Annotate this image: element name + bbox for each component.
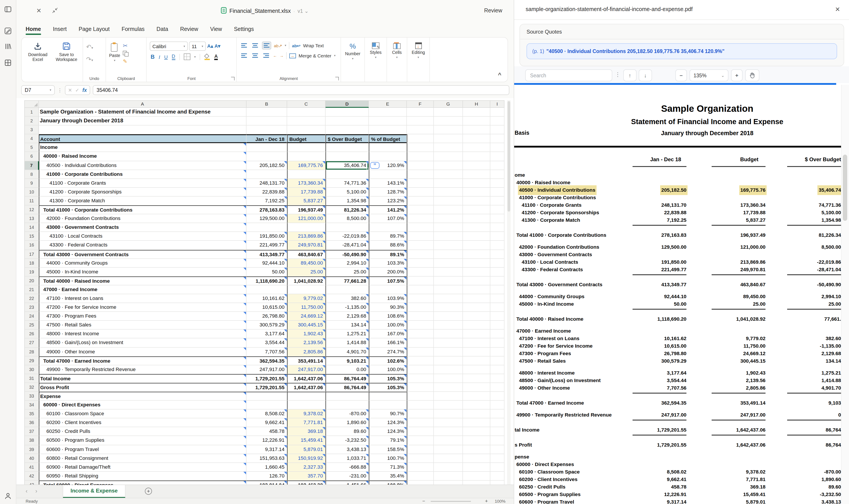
align-middle-icon[interactable] — [251, 42, 259, 49]
ribbon-tab-review[interactable]: Review — [180, 22, 198, 36]
cell-D31[interactable]: 86,764.49 — [326, 374, 369, 383]
cell-A36[interactable]: 60200 · Client Incentives — [39, 418, 247, 427]
cell-C36[interactable]: 7,771.81 — [287, 418, 326, 427]
row-header-20[interactable]: 20 — [24, 276, 39, 285]
cell-G26[interactable] — [434, 330, 463, 339]
cell-F21[interactable] — [407, 285, 434, 294]
pdf-zoom-in-icon[interactable]: + — [731, 69, 743, 81]
cell-D24[interactable]: 2,129.68 — [326, 312, 369, 321]
cell-H38[interactable] — [463, 436, 490, 445]
row-header-10[interactable]: 10 — [24, 188, 39, 197]
cell-I42[interactable] — [490, 472, 504, 481]
cell-A26[interactable]: 48000 · Interest Income — [39, 330, 247, 339]
cell-G22[interactable] — [434, 294, 463, 303]
cell-B5[interactable] — [247, 143, 287, 152]
find-previous-icon[interactable]: ↑ — [623, 69, 636, 81]
cell-F20[interactable] — [407, 276, 434, 285]
cell-G16[interactable] — [434, 241, 463, 250]
cell-G39[interactable] — [434, 445, 463, 454]
column-header-B[interactable]: B — [247, 100, 287, 108]
cell-E28[interactable]: 274.7% — [369, 347, 407, 356]
cell-C42[interactable]: 357.70 — [287, 472, 326, 481]
cell-D43[interactable]: 1,451.66 — [326, 481, 369, 485]
cell-I7[interactable] — [490, 161, 504, 170]
cell-F33[interactable] — [407, 392, 434, 401]
cell-A39[interactable]: 60600 · Program Travel — [39, 445, 247, 454]
cell-H34[interactable] — [463, 401, 490, 410]
cell-G36[interactable] — [434, 418, 463, 427]
double-underline-icon[interactable]: D — [171, 53, 175, 60]
cell-F26[interactable] — [407, 330, 434, 339]
cell-E15[interactable]: 89.7% — [369, 232, 407, 241]
cell-I35[interactable] — [490, 410, 504, 418]
cell-C27[interactable]: 2,139.56 — [287, 339, 326, 347]
cell-A34[interactable]: 60000 · Direct Expenses — [39, 401, 247, 410]
cell-G13[interactable] — [434, 214, 463, 223]
compose-icon[interactable] — [4, 27, 12, 35]
cell-A2[interactable]: January through December 2018 — [39, 116, 247, 125]
grow-font-icon[interactable]: A▴ — [207, 43, 213, 49]
cell-C26[interactable]: 1,902.43 — [287, 330, 326, 339]
cell-F3[interactable] — [407, 125, 434, 134]
cell-F13[interactable] — [407, 214, 434, 223]
cell-D9[interactable]: 74,771.36 — [326, 179, 369, 188]
cell-B34[interactable] — [247, 401, 287, 410]
cell-G4[interactable] — [434, 134, 463, 143]
cell-E19[interactable]: 200.0% — [369, 268, 407, 276]
cell-H43[interactable] — [463, 481, 490, 485]
row-header-6[interactable]: 6 — [24, 152, 39, 161]
cell-C21[interactable] — [287, 285, 326, 294]
cell-E35[interactable]: 90.7% — [369, 410, 407, 418]
cell-G43[interactable] — [434, 481, 463, 485]
cell-E24[interactable]: 108.6% — [369, 312, 407, 321]
confirm-entry-icon[interactable]: ✓ — [75, 87, 79, 93]
cell-C20[interactable]: 1,041,028.92 — [287, 276, 326, 285]
cell-A25[interactable]: 47500 · Retail Sales — [39, 321, 247, 330]
row-header-35[interactable]: 35 — [24, 410, 39, 418]
cell-B40[interactable]: 151,953.63 — [247, 454, 287, 463]
cell-A43[interactable]: Total 60000 · Direct Expenses — [39, 481, 247, 485]
cell-A24[interactable]: 47300 · Program Fees — [39, 312, 247, 321]
cell-I6[interactable] — [490, 152, 504, 161]
row-header-9[interactable]: 9 — [24, 179, 39, 188]
cell-G32[interactable] — [434, 383, 463, 392]
orientation-icon[interactable]: ab↗ — [274, 43, 282, 48]
cell-I18[interactable] — [490, 259, 504, 268]
cell-B14[interactable] — [247, 223, 287, 232]
cell-A20[interactable]: Total 40000 · Raised Income — [39, 276, 247, 285]
cell-D21[interactable] — [326, 285, 369, 294]
cell-C40[interactable]: 150,919.92 — [287, 454, 326, 463]
cell-H16[interactable] — [463, 241, 490, 250]
cell-B23[interactable]: 10,615.00 — [247, 303, 287, 312]
row-header-32[interactable]: 32 — [24, 383, 39, 392]
cell-C13[interactable]: 121,000.00 — [287, 214, 326, 223]
align-center-icon[interactable] — [251, 52, 259, 59]
fill-color-icon[interactable] — [204, 54, 210, 60]
cell-A4[interactable]: Account — [39, 134, 247, 143]
cell-H2[interactable] — [463, 116, 490, 125]
cell-B20[interactable]: 1,118,690.20 — [247, 276, 287, 285]
cell-I9[interactable] — [490, 179, 504, 188]
cell-C6[interactable] — [287, 152, 326, 161]
cell-I14[interactable] — [490, 223, 504, 232]
cell-F24[interactable] — [407, 312, 434, 321]
cell-C11[interactable]: 5,837.27 — [287, 197, 326, 205]
cell-I41[interactable] — [490, 463, 504, 472]
cell-I32[interactable] — [490, 383, 504, 392]
cell-F7[interactable] — [407, 161, 434, 170]
cell-H35[interactable] — [463, 410, 490, 418]
cell-H8[interactable] — [463, 170, 490, 179]
cell-I12[interactable] — [490, 205, 504, 214]
insert-function-icon[interactable]: fx — [83, 88, 87, 93]
cell-C19[interactable]: 25.00 — [287, 268, 326, 276]
cell-H41[interactable] — [463, 463, 490, 472]
cell-H20[interactable] — [463, 276, 490, 285]
cell-H26[interactable] — [463, 330, 490, 339]
cell-C35[interactable]: 9,378.02 — [287, 410, 326, 418]
download-excel-button[interactable]: Download Excel — [25, 41, 51, 75]
styles-button[interactable]: ✎ Styles ▾ — [370, 41, 381, 75]
row-header-40[interactable]: 40 — [24, 454, 39, 463]
font-dialog-launcher-icon[interactable] — [231, 77, 235, 80]
wrap-text-label[interactable]: Wrap Text — [303, 43, 324, 48]
cell-I15[interactable] — [490, 232, 504, 241]
